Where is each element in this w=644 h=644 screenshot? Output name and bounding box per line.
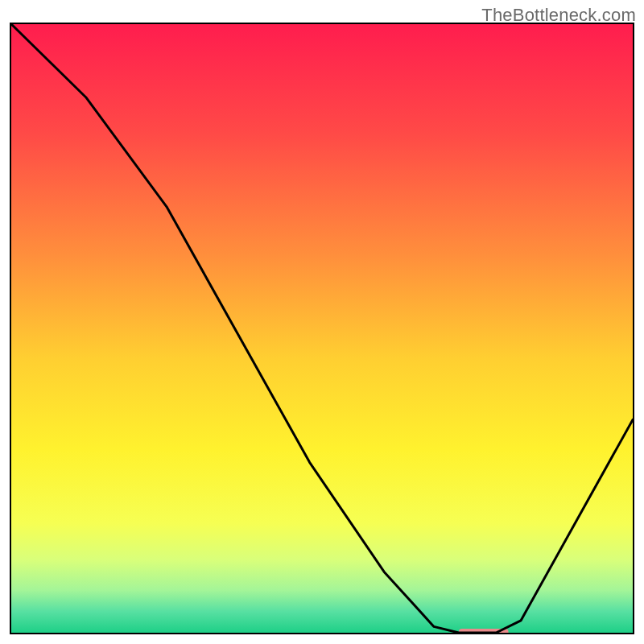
chart-frame bbox=[10, 23, 634, 634]
chart-background bbox=[11, 24, 633, 633]
chart-plot bbox=[11, 24, 633, 633]
